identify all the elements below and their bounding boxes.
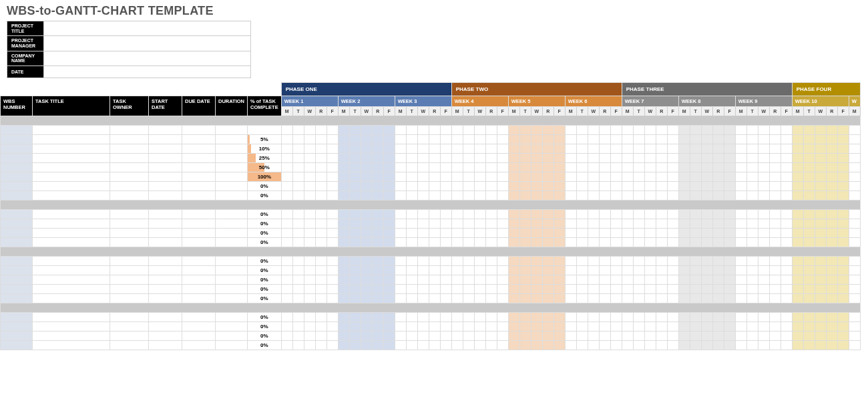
cell[interactable] — [149, 322, 182, 332]
gantt-cell[interactable] — [417, 257, 429, 266]
gantt-cell[interactable] — [849, 135, 860, 144]
gantt-cell[interactable] — [588, 144, 599, 154]
gantt-cell[interactable] — [429, 341, 440, 350]
gantt-cell[interactable] — [542, 126, 554, 135]
gantt-cell[interactable] — [451, 135, 463, 144]
gantt-cell[interactable] — [383, 210, 395, 219]
gantt-cell[interactable] — [463, 219, 474, 229]
gantt-cell[interactable] — [531, 257, 542, 266]
gantt-cell[interactable] — [837, 285, 849, 294]
gantt-cell[interactable] — [656, 238, 667, 247]
gantt-cell[interactable] — [440, 154, 451, 163]
gantt-cell[interactable] — [440, 332, 451, 341]
gantt-cell[interactable] — [542, 154, 554, 163]
gantt-cell[interactable] — [792, 266, 803, 275]
gantt-cell[interactable] — [417, 229, 429, 238]
gantt-cell[interactable] — [701, 172, 712, 182]
gantt-cell[interactable] — [542, 266, 554, 275]
gantt-cell[interactable] — [724, 144, 735, 154]
gantt-cell[interactable] — [554, 135, 565, 144]
gantt-cell[interactable] — [815, 341, 826, 350]
gantt-cell[interactable] — [815, 154, 826, 163]
gantt-cell[interactable] — [803, 154, 815, 163]
gantt-cell[interactable] — [451, 163, 463, 172]
gantt-cell[interactable] — [781, 219, 792, 229]
gantt-cell[interactable] — [724, 238, 735, 247]
gantt-cell[interactable] — [656, 294, 667, 303]
cell[interactable] — [182, 257, 216, 266]
gantt-cell[interactable] — [690, 294, 701, 303]
gantt-cell[interactable] — [361, 163, 372, 172]
gantt-cell[interactable] — [429, 191, 440, 201]
meta-input[interactable] — [44, 51, 251, 65]
gantt-cell[interactable] — [519, 238, 531, 247]
gantt-cell[interactable] — [803, 266, 815, 275]
gantt-cell[interactable] — [349, 219, 361, 229]
gantt-cell[interactable] — [826, 126, 837, 135]
gantt-cell[interactable] — [599, 322, 610, 332]
gantt-cell[interactable] — [826, 275, 837, 285]
gantt-cell[interactable] — [485, 219, 497, 229]
gantt-cell[interactable] — [519, 341, 531, 350]
gantt-cell[interactable] — [508, 322, 519, 332]
gantt-cell[interactable] — [826, 163, 837, 172]
gantt-cell[interactable] — [440, 238, 451, 247]
gantt-cell[interactable] — [565, 191, 576, 201]
gantt-cell[interactable] — [327, 238, 338, 247]
gantt-cell[interactable] — [667, 285, 678, 294]
gantt-cell[interactable] — [678, 144, 690, 154]
gantt-cell[interactable] — [724, 210, 735, 219]
gantt-cell[interactable] — [622, 219, 633, 229]
gantt-cell[interactable] — [599, 163, 610, 172]
gantt-cell[interactable] — [531, 219, 542, 229]
gantt-cell[interactable] — [485, 322, 497, 332]
cell[interactable] — [182, 191, 216, 201]
gantt-cell[interactable] — [792, 126, 803, 135]
gantt-cell[interactable] — [633, 229, 644, 238]
gantt-cell[interactable] — [417, 135, 429, 144]
gantt-cell[interactable] — [519, 144, 531, 154]
cell[interactable] — [110, 266, 149, 275]
gantt-cell[interactable] — [633, 135, 644, 144]
gantt-cell[interactable] — [576, 172, 588, 182]
gantt-cell[interactable] — [406, 285, 417, 294]
gantt-cell[interactable] — [474, 285, 485, 294]
gantt-cell[interactable] — [542, 238, 554, 247]
gantt-cell[interactable] — [485, 154, 497, 163]
gantt-cell[interactable] — [792, 322, 803, 332]
gantt-cell[interactable] — [429, 182, 440, 191]
gantt-cell[interactable] — [712, 135, 724, 144]
gantt-cell[interactable] — [599, 266, 610, 275]
gantt-cell[interactable] — [304, 191, 315, 201]
gantt-cell[interactable] — [588, 313, 599, 322]
gantt-cell[interactable] — [474, 275, 485, 285]
gantt-cell[interactable] — [712, 163, 724, 172]
percent-complete-cell[interactable]: 10% — [248, 144, 282, 154]
percent-complete-cell[interactable]: 0% — [248, 341, 282, 350]
gantt-cell[interactable] — [327, 219, 338, 229]
cell[interactable] — [182, 275, 216, 285]
gantt-cell[interactable] — [281, 126, 292, 135]
gantt-cell[interactable] — [531, 341, 542, 350]
gantt-cell[interactable] — [519, 154, 531, 163]
gantt-cell[interactable] — [554, 172, 565, 182]
gantt-cell[interactable] — [837, 294, 849, 303]
gantt-cell[interactable] — [485, 294, 497, 303]
gantt-cell[interactable] — [474, 332, 485, 341]
gantt-cell[interactable] — [701, 341, 712, 350]
gantt-cell[interactable] — [361, 154, 372, 163]
gantt-cell[interactable] — [622, 322, 633, 332]
gantt-cell[interactable] — [542, 163, 554, 172]
gantt-cell[interactable] — [554, 144, 565, 154]
gantt-cell[interactable] — [633, 144, 644, 154]
gantt-cell[interactable] — [292, 238, 304, 247]
gantt-cell[interactable] — [746, 126, 758, 135]
gantt-cell[interactable] — [304, 219, 315, 229]
cell[interactable] — [110, 135, 149, 144]
gantt-cell[interactable] — [746, 294, 758, 303]
gantt-cell[interactable] — [656, 135, 667, 144]
gantt-cell[interactable] — [508, 191, 519, 201]
gantt-cell[interactable] — [485, 266, 497, 275]
gantt-cell[interactable] — [327, 294, 338, 303]
gantt-cell[interactable] — [644, 163, 656, 172]
